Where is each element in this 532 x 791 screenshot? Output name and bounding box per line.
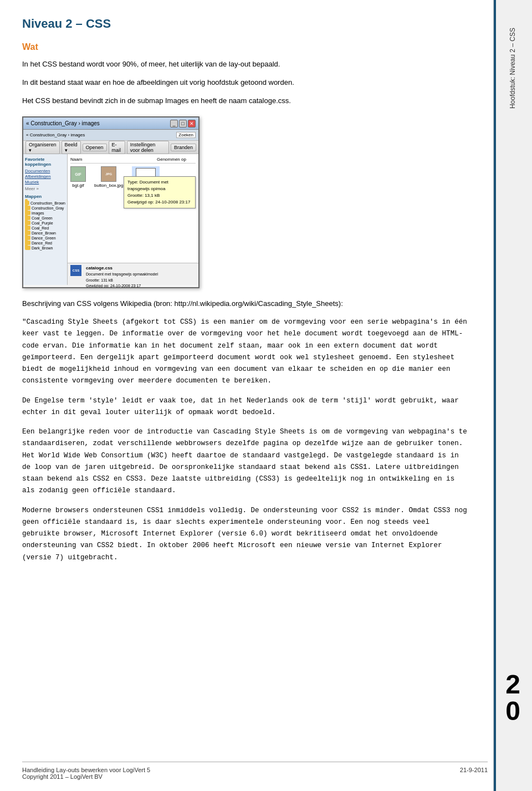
folder-images[interactable]: images [25, 211, 65, 215]
address-text: « Construction_Gray › images [26, 132, 85, 137]
close-btn[interactable]: ✕ [188, 120, 196, 127]
footer-left-block: Handleiding Lay-outs bewerken voor LogiV… [22, 767, 150, 780]
folder-list: Construction_Brown Construction_Gray ima… [25, 201, 65, 250]
folder-dance-green[interactable]: Dance_Green [25, 236, 65, 240]
sidebar-line [494, 0, 496, 791]
statusbar-filesize: Grootte: 131 kB [86, 278, 158, 284]
intro-paragraph: In het CSS bestand wordt voor 90%, of me… [22, 59, 471, 70]
tooltip-type: Type: Document met trapsgewijs opimoa [127, 179, 192, 192]
gif-icon: GIF [70, 166, 86, 182]
explorer-statusbar: CSS cataloge.css Document met trapsgewij… [68, 263, 198, 285]
explorer-left-sidebar: Favoriete koppelingen Documenten Afbeeld… [23, 154, 68, 285]
link-afbeeldingen[interactable]: Afbeeldingen [25, 174, 65, 179]
explorer-screenshot: « Construction_Gray › images _ □ ✕ « Con… [22, 116, 200, 288]
quote-block-4: Moderne browsers ondersteunen CSS1 inmid… [22, 505, 471, 564]
folder-coal-green[interactable]: Coal_Green [25, 216, 65, 220]
statusbar-info: cataloge.css Document met trapsgewijs op… [86, 265, 158, 288]
page-title: Niveau 2 – CSS [22, 17, 471, 31]
tooltip-modified: Gewijzigd op: 24-10-2008 23:17 [127, 199, 192, 206]
para3: Het CSS bestand bevindt zich in de subma… [22, 95, 471, 107]
folder-dark-brown[interactable]: Dark_Brown [25, 246, 65, 250]
folder-dance-brown[interactable]: Dance_Brown [25, 231, 65, 235]
para2: In dit bestand staat waar en hoe de afbe… [22, 77, 471, 89]
btn-instellingen[interactable]: Instellingen voor delen [127, 141, 169, 154]
quote-block-2: De Engelse term 'style' leidt er vaak to… [22, 395, 471, 419]
favorites-title: Favoriete koppelingen [25, 157, 65, 167]
folder-construction-gray[interactable]: Construction_Gray [25, 206, 65, 210]
btn-branden[interactable]: Branden [171, 144, 196, 151]
link-muziek[interactable]: Muziek [25, 180, 65, 185]
minimize-btn[interactable]: _ [170, 120, 178, 127]
file-button-box-jpg[interactable]: JPG button_box.jpg [94, 166, 124, 198]
tooltip-size: Grootte: 13,1 kB [127, 192, 192, 199]
col-genommen: Genommen op [157, 157, 196, 162]
explorer-main-area: Naam Genommen op GIF bgl.gif JPG button_… [68, 154, 198, 285]
address-bar: « Construction_Gray › images Zoeken [23, 130, 198, 141]
footer-date: 21-9-2011 [460, 767, 488, 780]
css-small-icon: CSS [70, 265, 81, 276]
statusbar-filetype: Document met trapsgewijs opmaaklmodel [86, 272, 158, 278]
folder-dance-red[interactable]: Dance_Red [25, 241, 65, 245]
explorer-titlebar: « Construction_Gray › images _ □ ✕ [23, 118, 198, 130]
btn-email[interactable]: E-mail [109, 141, 125, 154]
col-naam: Naam [70, 157, 157, 162]
maximize-btn[interactable]: □ [179, 120, 187, 127]
column-headers: Naam Genommen op [70, 157, 196, 164]
statusbar-filename: cataloge.css [86, 265, 158, 272]
page-footer: Handleiding Lay-outs bewerken voor LogiV… [22, 762, 488, 780]
sidebar-chapter-number: 2 0 [505, 671, 520, 724]
folders-title: Mappen [25, 194, 65, 199]
beschrijving-label: Beschrijving van CSS volgens Wikipedia (… [22, 298, 471, 310]
jpg-icon: JPG [101, 166, 116, 182]
statusbar-content: CSS cataloge.css Document met trapsgewij… [70, 265, 196, 288]
quote-block-3: Een belangrijke reden voor de introducti… [22, 426, 471, 497]
search-box[interactable]: Zoeken [176, 132, 196, 138]
jpg-label: button_box.jpg [94, 183, 124, 188]
footer-handleiding: Handleiding Lay-outs bewerken voor LogiV… [22, 767, 150, 773]
file-tooltip: Type: Document met trapsgewijs opimoa Gr… [124, 176, 196, 208]
btn-beeld[interactable]: Beeld ▾ [62, 141, 81, 154]
explorer-toolbar: Organiseren ▾ Beeld ▾ Openen E-mail Inst… [23, 141, 198, 154]
btn-openen[interactable]: Openen [83, 144, 107, 151]
gif-label: bgl.gif [72, 183, 84, 188]
explorer-body: Favoriete koppelingen Documenten Afbeeld… [23, 154, 198, 285]
folder-coal-purple[interactable]: Coal_Purple [25, 221, 65, 225]
sidebar-more[interactable]: Meer » [25, 186, 65, 191]
section-wat-title: Wat [22, 42, 471, 52]
file-bgl-gif[interactable]: GIF bgl.gif [70, 166, 86, 198]
explorer-title-text: « Construction_Gray › images [26, 120, 170, 126]
link-documenten[interactable]: Documenten [25, 169, 65, 173]
folder-coal-red[interactable]: Coal_Red [25, 226, 65, 230]
right-sidebar: Hoofdstuk: Niveau 2 – CSS 2 0 [493, 0, 532, 791]
quote-block-1: "Cascading Style Sheets (afgekort tot CS… [22, 317, 471, 387]
footer-copyright: Copyright 2011 – LogiVert BV [22, 773, 150, 780]
statusbar-modified: Gewijzigd op: 24-10-2008 23:17 [86, 283, 158, 288]
sidebar-chapter-label: Hoofdstuk: Niveau 2 – CSS [508, 28, 518, 109]
btn-organiseren[interactable]: Organiseren ▾ [25, 141, 60, 154]
titlebar-buttons: _ □ ✕ [170, 120, 196, 127]
folder-construction-brown[interactable]: Construction_Brown [25, 201, 65, 205]
